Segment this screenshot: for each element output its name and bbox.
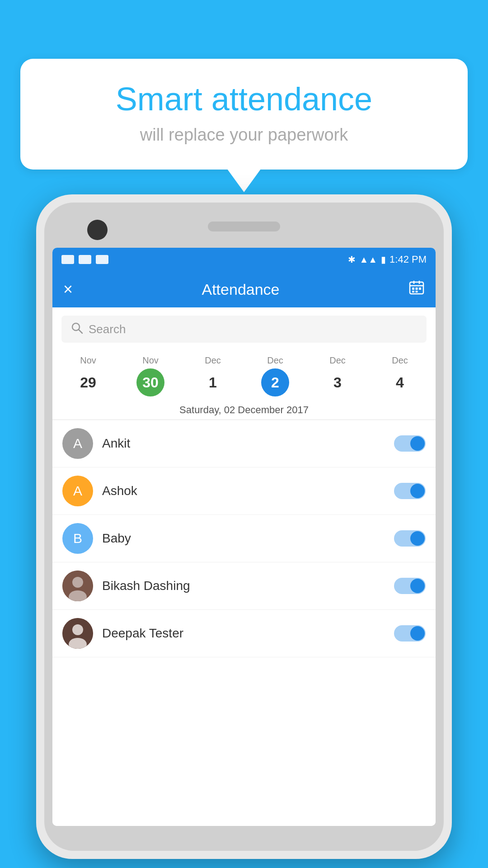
status-time: 1:42 PM (389, 254, 427, 265)
avatar-ankit: A (62, 428, 93, 459)
selected-date-label: Saturday, 02 December 2017 (52, 399, 436, 420)
date-month-dec2: Dec (267, 355, 283, 366)
play-icon (61, 255, 74, 264)
attendance-list: A Ankit A Ashok (52, 420, 436, 826)
date-number-dec1: 1 (199, 368, 227, 396)
svg-point-15 (72, 624, 83, 635)
date-number-nov30: 30 (136, 368, 164, 396)
toggle-ashok[interactable] (394, 483, 426, 499)
date-number-nov29: 29 (74, 368, 102, 396)
toggle-bikash[interactable] (394, 578, 426, 594)
date-month-nov30: Nov (142, 355, 159, 366)
app-bar-title: Attendance (202, 281, 280, 298)
date-month-nov29: Nov (80, 355, 96, 366)
svg-rect-6 (419, 288, 421, 290)
list-item: A Ankit (52, 420, 436, 467)
date-selector: Nov 29 Nov 30 Dec 1 Dec (52, 351, 436, 399)
person-name-bikash: Bikash Dashing (102, 579, 385, 593)
date-item-dec4[interactable]: Dec 4 (369, 355, 431, 396)
battery-icon: ▮ (381, 254, 386, 265)
screen: ✱ ▲▲ ▮ 1:42 PM × Attendance (52, 248, 436, 826)
person-name-baby: Baby (102, 531, 385, 546)
person-name-ashok: Ashok (102, 484, 385, 498)
toggle-ankit[interactable] (394, 435, 426, 452)
avatar-baby: B (62, 523, 93, 554)
speech-bubble: Smart attendance will replace your paper… (20, 59, 468, 170)
avatar-bikash (62, 571, 93, 601)
date-month-dec4: Dec (392, 355, 408, 366)
person-name-deepak: Deepak Tester (102, 626, 385, 641)
status-bar: ✱ ▲▲ ▮ 1:42 PM (52, 248, 436, 271)
status-icons-right: ✱ ▲▲ ▮ 1:42 PM (348, 254, 427, 265)
phone-frame: ✱ ▲▲ ▮ 1:42 PM × Attendance (36, 194, 452, 859)
avatar-deepak (62, 618, 93, 649)
svg-rect-5 (416, 288, 418, 290)
phone-speaker (208, 222, 280, 231)
bluetooth-icon: ✱ (348, 254, 356, 265)
svg-line-10 (79, 330, 82, 333)
toggle-deepak[interactable] (394, 625, 426, 642)
date-row: Nov 29 Nov 30 Dec 1 Dec (57, 355, 431, 396)
close-button[interactable]: × (63, 280, 73, 299)
bubble-subtitle: will replace your paperwork (47, 125, 441, 145)
image-icon (96, 255, 108, 264)
search-bar[interactable]: Search (61, 316, 427, 343)
avatar-ashok: A (62, 476, 93, 506)
date-number-dec4: 4 (386, 368, 414, 396)
calendar-icon[interactable] (408, 279, 425, 299)
signal-icon: ▲▲ (359, 255, 377, 265)
phone-inner: ✱ ▲▲ ▮ 1:42 PM × Attendance (44, 203, 444, 851)
date-item-dec3[interactable]: Dec 3 (306, 355, 369, 396)
list-item: Deepak Tester (52, 610, 436, 657)
date-item-dec2[interactable]: Dec 2 (244, 355, 306, 396)
list-item: B Baby (52, 515, 436, 562)
date-item-nov29[interactable]: Nov 29 (57, 355, 119, 396)
person-name-ankit: Ankit (102, 436, 385, 451)
svg-rect-4 (412, 288, 414, 290)
date-month-dec1: Dec (205, 355, 221, 366)
search-container: Search (52, 307, 436, 351)
search-icon (70, 321, 83, 337)
date-number-dec2: 2 (261, 368, 289, 396)
date-item-dec1[interactable]: Dec 1 (182, 355, 244, 396)
phone-camera (87, 220, 108, 240)
app-bar: × Attendance (52, 271, 436, 307)
list-item: A Ashok (52, 467, 436, 515)
list-item: Bikash Dashing (52, 562, 436, 610)
svg-rect-7 (412, 291, 414, 292)
svg-point-12 (72, 577, 83, 588)
toggle-baby[interactable] (394, 530, 426, 547)
status-icons-left (61, 255, 108, 264)
bubble-title: Smart attendance (47, 81, 441, 117)
sync-icon (79, 255, 91, 264)
date-item-nov30[interactable]: Nov 30 (119, 355, 182, 396)
date-number-dec3: 3 (324, 368, 352, 396)
date-month-dec3: Dec (329, 355, 346, 366)
svg-rect-8 (416, 291, 418, 292)
search-placeholder: Search (89, 322, 126, 336)
